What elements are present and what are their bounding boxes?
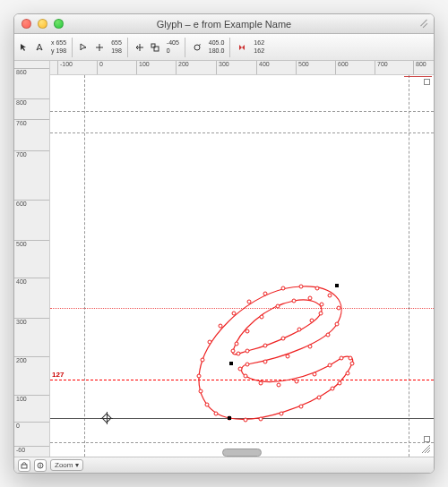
svg-point-10 [219, 324, 222, 328]
zoom-button[interactable] [54, 19, 64, 29]
svg-point-43 [246, 349, 249, 353]
point-tools [78, 41, 106, 54]
svg-point-21 [308, 345, 312, 348]
origin-marker[interactable] [100, 412, 113, 424]
info-icon [37, 462, 44, 469]
svg-point-53 [260, 315, 263, 319]
zoom-label: Zoom ▾ [55, 461, 79, 469]
svg-point-23 [263, 360, 267, 363]
svg-point-24 [246, 363, 249, 366]
lock-button[interactable] [18, 459, 30, 472]
svg-point-29 [295, 380, 298, 383]
scale-coords: 162 162 [254, 39, 264, 55]
ruler-h-tick: 100 [136, 61, 150, 74]
svg-point-26 [244, 374, 247, 378]
ruler-v-tick: 100 [14, 395, 49, 396]
svg-point-36 [338, 381, 341, 385]
ruler-v-tick: 700 [14, 150, 49, 151]
info-button[interactable] [34, 459, 47, 472]
horizontal-ruler[interactable]: -1000100200300400500600700800 [50, 61, 434, 75]
toolbar-separator [127, 38, 128, 57]
canvas-corner-handle-tr[interactable] [424, 79, 430, 85]
svg-point-6 [199, 389, 202, 393]
toolbar: x 655 y 198 655 198 -405 0 405.0 180.0 [14, 34, 434, 61]
svg-rect-58 [335, 284, 339, 287]
delta-coords: -405 0 [167, 39, 179, 55]
ruler-v-tick: 860 [14, 68, 49, 69]
ruler-v-tick: 760 [14, 119, 49, 120]
glyph-outline[interactable] [176, 270, 373, 431]
angle-a: 405.0 [209, 39, 225, 47]
svg-point-47 [310, 319, 314, 322]
ruler-h-tick: 0 [97, 61, 103, 74]
svg-point-32 [340, 356, 343, 360]
ruler-h-tick: 500 [296, 61, 309, 74]
resize-grip-icon[interactable] [422, 445, 431, 454]
glyph-editor-window: Glyph – e from Example Name x 655 y 198 … [13, 13, 435, 474]
svg-rect-64 [40, 463, 41, 464]
glyph-canvas[interactable]: 127 A C A [50, 75, 434, 457]
point-y: 198 [111, 47, 122, 55]
svg-point-54 [246, 329, 249, 333]
svg-point-18 [337, 306, 340, 310]
svg-point-48 [319, 312, 323, 315]
toolbar-separator [72, 38, 73, 57]
point-coords: 655 198 [111, 39, 122, 55]
add-point-icon[interactable] [93, 41, 106, 54]
pointer-tools [18, 41, 46, 54]
top-red-edge [404, 76, 432, 77]
close-button[interactable] [22, 19, 31, 29]
zoom-dropdown[interactable]: Zoom ▾ [50, 459, 83, 471]
ruler-h-tick: 600 [335, 61, 349, 74]
lock-icon [21, 461, 28, 469]
svg-point-8 [201, 358, 204, 362]
arrow-tool-icon[interactable] [18, 41, 30, 54]
svg-point-22 [286, 355, 289, 358]
rotate-icon[interactable] [191, 41, 203, 54]
coord-y: y 198 [51, 47, 66, 55]
scale-y: 162 [254, 47, 264, 55]
svg-point-52 [276, 304, 280, 308]
main-area: 8608007607006005004003002001000-60 -1000… [14, 61, 434, 457]
svg-point-11 [232, 312, 236, 315]
scale-icon[interactable] [149, 41, 161, 54]
svg-point-27 [259, 381, 263, 385]
cap-height-guide[interactable] [50, 132, 434, 133]
metric-label-127: 127 [52, 371, 64, 379]
canvas-corner-handle-br[interactable] [424, 436, 430, 442]
ascender-guide[interactable] [50, 111, 434, 112]
svg-point-34 [350, 362, 354, 365]
resize-icon[interactable] [419, 19, 428, 28]
ruler-v-tick: 0 [14, 422, 49, 423]
window-controls [14, 19, 64, 29]
angle-b: 180.0 [209, 47, 225, 55]
svg-point-50 [308, 296, 312, 300]
ruler-v-tick: 800 [14, 98, 49, 99]
svg-point-49 [320, 303, 323, 306]
direct-select-icon[interactable] [78, 41, 90, 54]
ruler-v-tick: 200 [14, 356, 49, 357]
window-title: Glyph – e from Example Name [14, 19, 434, 30]
pen-tool-icon[interactable] [33, 41, 46, 54]
svg-point-56 [231, 349, 235, 353]
ruler-h-tick: 200 [176, 61, 189, 74]
svg-point-14 [281, 286, 285, 290]
svg-point-30 [313, 372, 316, 376]
vertical-ruler[interactable]: 8608007607006005004003002001000-60 [14, 61, 50, 457]
descender-guide[interactable] [50, 442, 434, 443]
svg-point-41 [259, 417, 263, 421]
svg-rect-59 [228, 416, 231, 420]
ruler-h-tick: -100 [57, 61, 73, 74]
svg-point-7 [197, 374, 201, 378]
mirror-icon[interactable] [236, 41, 248, 54]
move-icon[interactable] [134, 41, 146, 54]
svg-point-4 [214, 412, 218, 415]
svg-point-42 [244, 418, 247, 422]
cursor-coords: x 655 y 198 [51, 39, 66, 55]
horizontal-scroll-thumb[interactable] [222, 449, 262, 457]
minimize-button[interactable] [38, 19, 47, 29]
svg-point-20 [326, 333, 330, 337]
coord-x: x 655 [51, 39, 66, 47]
svg-point-44 [263, 344, 267, 347]
svg-point-33 [349, 356, 352, 360]
